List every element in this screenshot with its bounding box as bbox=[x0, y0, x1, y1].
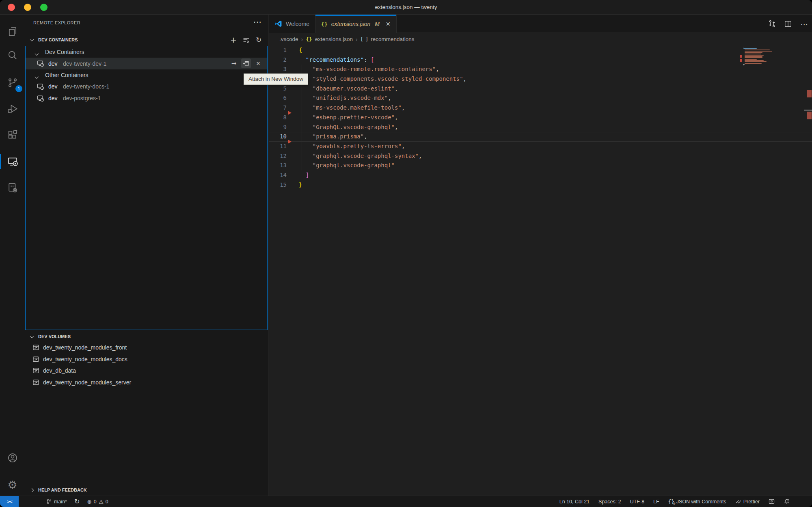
clear-list-icon[interactable] bbox=[242, 36, 250, 43]
minimap-line bbox=[745, 57, 762, 58]
code-line[interactable]: 11 "yoavbls.pretty-ts-errors", bbox=[269, 142, 812, 151]
breadcrumb-folder[interactable]: .vscode bbox=[279, 36, 298, 42]
code-line[interactable]: 3 "ms-vscode-remote.remote-containers", bbox=[269, 65, 812, 74]
container-name: dev bbox=[48, 95, 58, 101]
gutter-marker-icon bbox=[288, 140, 292, 144]
code-line[interactable]: 13 "graphql.vscode-graphql" bbox=[269, 161, 812, 170]
minimap-line bbox=[743, 47, 744, 47]
notifications-bell-icon[interactable] bbox=[781, 498, 793, 505]
code-line[interactable]: 12 "graphql.vscode-graphql-syntax", bbox=[269, 151, 812, 161]
source-control-icon[interactable]: 1 bbox=[0, 71, 25, 94]
sidebar-title: REMOTE EXPLORER bbox=[33, 20, 80, 25]
code-area[interactable]: 1{2 "recommendations": [3 "ms-vscode-rem… bbox=[269, 45, 812, 496]
language-mode-item[interactable]: {} ⊗ JSON with Comments bbox=[665, 498, 729, 505]
attach-in-new-window-tooltip: Attach in New Window bbox=[244, 73, 308, 85]
container-name: dev bbox=[48, 83, 58, 90]
dev-containers-section-header[interactable]: DEV CONTAINERS + ↻ bbox=[25, 34, 268, 45]
cursor-position-item[interactable]: Ln 10, Col 21 bbox=[557, 499, 592, 505]
code-line[interactable]: 5 "dbaeumer.vscode-eslint", bbox=[269, 84, 812, 94]
tree-group-other-containers[interactable]: Other Containers bbox=[26, 69, 267, 81]
refresh-icon[interactable]: ↻ bbox=[255, 36, 262, 43]
problems-item[interactable]: ⊗ 0 ⚠ 0 bbox=[84, 498, 111, 505]
dev-volumes-section-header[interactable]: DEV VOLUMES bbox=[25, 331, 268, 342]
sync-changes-icon[interactable]: ↻ bbox=[71, 498, 82, 505]
volume-row[interactable]: dev_twenty_node_modules_server bbox=[25, 377, 268, 388]
attach-in-new-window-icon[interactable] bbox=[241, 58, 251, 68]
tab-welcome[interactable]: Welcome bbox=[269, 15, 315, 33]
array-symbol-icon: [ ] bbox=[361, 37, 368, 42]
breadcrumb-separator: › bbox=[301, 36, 303, 43]
encoding-item[interactable]: UTF-8 bbox=[627, 499, 647, 505]
volume-row[interactable]: dev_twenty_node_modules_front bbox=[25, 342, 268, 354]
code-line[interactable]: 15} bbox=[269, 180, 812, 190]
more-actions-icon[interactable]: ⋯ bbox=[800, 19, 809, 28]
split-editor-icon[interactable] bbox=[784, 19, 793, 28]
tree-group-dev-containers[interactable]: Dev Containers bbox=[26, 46, 267, 58]
overview-marker bbox=[807, 90, 812, 97]
braces-icon: {} ⊗ bbox=[668, 498, 674, 505]
container-row-dev-postgres-1[interactable]: dev dev-postgres-1 bbox=[26, 93, 267, 104]
volume-row[interactable]: dev_db_data bbox=[25, 365, 268, 377]
accounts-icon[interactable] bbox=[0, 447, 25, 469]
warning-count: 0 bbox=[106, 499, 108, 505]
container-row-dev-twenty-docs-1[interactable]: dev dev-twenty-docs-1 bbox=[26, 81, 267, 92]
container-icon bbox=[37, 83, 44, 90]
code-line[interactable]: 1{ bbox=[269, 45, 812, 55]
open-changes-icon[interactable] bbox=[767, 19, 776, 28]
code-line[interactable]: 14 ] bbox=[269, 170, 812, 180]
code-line[interactable]: 10 "prisma.prisma", bbox=[269, 132, 812, 142]
overview-ruler[interactable] bbox=[804, 33, 812, 496]
code-line[interactable]: 4 "styled-components.vscode-styled-compo… bbox=[269, 74, 812, 84]
close-tab-icon[interactable]: ✕ bbox=[386, 21, 391, 27]
add-container-icon[interactable]: + bbox=[230, 36, 237, 43]
code-line[interactable]: 9 "GraphQL.vscode-graphql", bbox=[269, 123, 812, 132]
remove-container-icon[interactable]: ✕ bbox=[253, 58, 263, 68]
line-number: 8 bbox=[269, 113, 287, 123]
remote-explorer-icon[interactable] bbox=[0, 150, 25, 173]
help-feedback-label: HELP AND FEEDBACK bbox=[38, 488, 87, 492]
line-number: 12 bbox=[269, 151, 287, 161]
warnings-icon: ⚠ bbox=[99, 498, 104, 505]
container-row-dev-twenty-dev-1[interactable]: dev dev-twenty-dev-1 → ✕ bbox=[26, 58, 267, 69]
feedback-icon[interactable] bbox=[766, 498, 777, 505]
code-text: "styled-components.vscode-styled-compone… bbox=[287, 74, 466, 84]
editor-group: Welcome {} extensions.json M ✕ ⋯ .vscode… bbox=[269, 15, 812, 496]
code-text: "GraphQL.vscode-graphql", bbox=[287, 123, 398, 132]
eol-item[interactable]: LF bbox=[650, 499, 662, 505]
volume-row[interactable]: dev_twenty_node_modules_docs bbox=[25, 354, 268, 365]
overview-marker bbox=[807, 112, 812, 119]
volume-icon bbox=[32, 344, 40, 351]
breadcrumb-file[interactable]: extensions.json bbox=[315, 36, 353, 42]
attach-container-icon[interactable]: → bbox=[229, 58, 239, 68]
run-debug-icon[interactable] bbox=[0, 97, 25, 120]
explorer-icon[interactable] bbox=[0, 20, 25, 43]
indentation-item[interactable]: Spaces: 2 bbox=[596, 499, 624, 505]
more-actions-icon[interactable]: ⋯ bbox=[253, 17, 261, 27]
dev-containers-icon[interactable] bbox=[0, 176, 25, 199]
remote-indicator-button[interactable]: >< bbox=[0, 496, 19, 507]
code-line[interactable]: 2 "recommendations": [ bbox=[269, 55, 812, 65]
volume-label: dev_twenty_node_modules_docs bbox=[43, 356, 127, 362]
help-feedback-section-header[interactable]: HELP AND FEEDBACK bbox=[25, 484, 268, 496]
sidebar: REMOTE EXPLORER ⋯ DEV CONTAINERS + ↻ Dev… bbox=[25, 15, 268, 496]
json-symbol-icon: {} bbox=[306, 36, 312, 42]
settings-gear-icon[interactable]: ⚙ bbox=[0, 473, 25, 496]
git-branch-item[interactable]: main* bbox=[43, 498, 70, 505]
minimap[interactable] bbox=[742, 47, 771, 95]
activity-bar: 1 ⚙ bbox=[0, 15, 25, 496]
code-text: { bbox=[287, 45, 302, 55]
code-line[interactable]: 8 "esbenp.prettier-vscode", bbox=[269, 113, 812, 123]
line-number: 2 bbox=[269, 55, 287, 65]
search-icon[interactable] bbox=[0, 44, 25, 67]
code-text: "prisma.prisma", bbox=[287, 132, 367, 142]
group-label: Other Containers bbox=[45, 72, 89, 78]
volume-icon bbox=[32, 367, 40, 374]
extensions-icon[interactable] bbox=[0, 123, 25, 146]
tab-extensions-json[interactable]: {} extensions.json M ✕ bbox=[315, 15, 397, 33]
minimap-line bbox=[745, 50, 770, 50]
code-line[interactable]: 6 "unifiedjs.vscode-mdx", bbox=[269, 93, 812, 103]
formatter-item[interactable]: Prettier bbox=[732, 498, 762, 505]
tab-bar: Welcome {} extensions.json M ✕ ⋯ bbox=[269, 15, 812, 33]
breadcrumb-symbol[interactable]: recommendations bbox=[371, 36, 414, 42]
code-line[interactable]: 7 "ms-vscode.makefile-tools", bbox=[269, 103, 812, 113]
